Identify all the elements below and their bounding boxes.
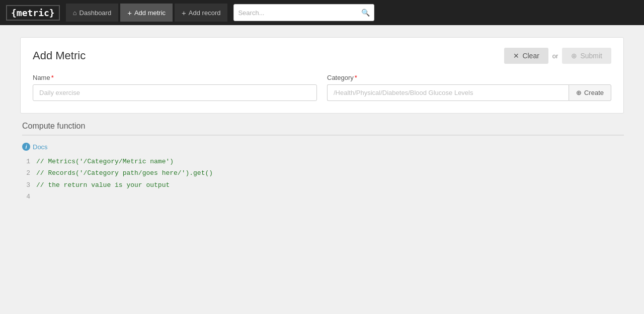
compute-section: Compute function i Docs 1// Metrics('/Ca… — [20, 122, 624, 203]
code-line: 4 — [22, 191, 624, 202]
submit-button[interactable]: ⊕ Submit — [562, 48, 611, 64]
search-icon: 🔍 — [361, 9, 370, 17]
page-content: Add Metric ✕ Clear or ⊕ Submit Name* — [0, 25, 644, 215]
form-fields: Name* Category* ⊕ Create — [33, 74, 611, 101]
search-box[interactable]: 🔍 — [233, 4, 374, 21]
form-header: Add Metric ✕ Clear or ⊕ Submit — [33, 48, 611, 64]
line-code: // the return value is your output — [36, 179, 170, 191]
line-number: 4 — [22, 191, 30, 202]
home-icon: ⌂ — [73, 9, 77, 17]
category-required: * — [355, 74, 357, 81]
clear-label: Clear — [522, 52, 539, 60]
navbar: {metric} ⌂ Dashboard + Add metric + Add … — [0, 0, 644, 25]
x-icon: ✕ — [513, 52, 519, 60]
add-metric-nav-label: Add metric — [134, 9, 166, 17]
category-input-wrap: ⊕ Create — [327, 84, 611, 101]
clear-button[interactable]: ✕ Clear — [504, 48, 548, 64]
category-input[interactable] — [327, 84, 569, 101]
dashboard-nav-button[interactable]: ⌂ Dashboard — [66, 4, 118, 22]
dashboard-nav-label: Dashboard — [79, 9, 112, 17]
name-required: * — [51, 74, 54, 81]
create-label: Create — [584, 89, 604, 96]
circle-icon: ⊕ — [571, 52, 577, 60]
plus-circle-icon: ⊕ — [576, 89, 582, 96]
line-code: // Records('/Category path/goes here/').… — [36, 167, 213, 179]
add-metric-form-card: Add Metric ✕ Clear or ⊕ Submit Name* — [20, 37, 624, 114]
code-line: 2// Records('/Category path/goes here/')… — [22, 167, 624, 179]
page-title: Add Metric — [33, 49, 86, 62]
add-record-nav-button[interactable]: + Add record — [175, 4, 227, 22]
add-metric-nav-button[interactable]: + Add metric — [120, 4, 173, 22]
plus-icon-2: + — [182, 9, 186, 17]
line-code: // Metrics('/Category/Metric name') — [36, 156, 174, 167]
create-button[interactable]: ⊕ Create — [569, 84, 611, 101]
name-input[interactable] — [33, 84, 317, 101]
line-number: 3 — [22, 179, 30, 191]
section-divider: Compute function — [22, 122, 624, 136]
category-field-group: Category* ⊕ Create — [327, 74, 611, 101]
docs-link[interactable]: i Docs — [22, 143, 624, 151]
line-number: 1 — [22, 156, 30, 167]
compute-section-title: Compute function — [22, 122, 624, 136]
category-label: Category* — [327, 74, 611, 81]
line-number: 2 — [22, 167, 30, 179]
name-label: Name* — [33, 74, 317, 81]
code-line: 3// the return value is your output — [22, 179, 624, 191]
add-record-nav-label: Add record — [189, 9, 221, 17]
info-icon: i — [22, 143, 30, 151]
plus-icon: + — [127, 9, 132, 17]
code-editor[interactable]: 1// Metrics('/Category/Metric name')2// … — [22, 156, 624, 203]
form-actions: ✕ Clear or ⊕ Submit — [504, 48, 611, 64]
name-field-group: Name* — [33, 74, 317, 101]
search-input[interactable] — [238, 9, 361, 17]
brand-logo: {metric} — [6, 5, 60, 21]
submit-label: Submit — [580, 52, 602, 60]
docs-label: Docs — [33, 143, 48, 151]
code-line: 1// Metrics('/Category/Metric name') — [22, 156, 624, 167]
or-separator: or — [552, 52, 558, 60]
